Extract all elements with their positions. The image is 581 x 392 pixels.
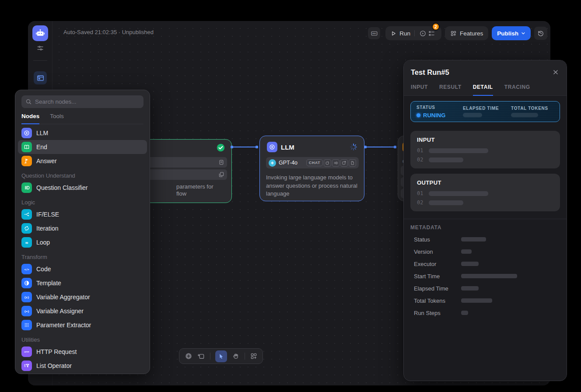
search-input[interactable] xyxy=(35,98,140,105)
metadata-label: Total Tokens xyxy=(414,298,461,304)
node-item-llm[interactable]: LLM xyxy=(18,126,147,140)
input-card: INPUT 01 02 xyxy=(410,131,560,168)
status-value: RUNING xyxy=(416,112,463,119)
metadata-row-elapsed-time: Elapsed Time xyxy=(410,282,560,294)
row-index: 01 xyxy=(417,190,424,196)
template-icon xyxy=(21,278,32,288)
close-icon[interactable] xyxy=(553,69,559,75)
branch-icon xyxy=(21,209,32,220)
listop-icon xyxy=(21,360,32,371)
sliders-icon[interactable] xyxy=(36,44,44,52)
skeleton-bar xyxy=(461,237,486,242)
code-icon: </> xyxy=(21,264,32,274)
tab-nodes[interactable]: Nodes xyxy=(21,113,39,124)
node-item-question-classifier[interactable]: Question Classifier xyxy=(18,181,147,195)
node-item-label: LLM xyxy=(36,130,48,136)
node-item-code[interactable]: </>Code xyxy=(18,262,147,276)
node-item-list-operator[interactable]: List Operator xyxy=(18,359,147,373)
pointer-icon[interactable] xyxy=(215,350,227,362)
hand-icon[interactable] xyxy=(232,352,240,360)
metadata-row-executor: Executor xyxy=(410,258,560,270)
skeleton-bar xyxy=(429,148,488,153)
io-row: 01 xyxy=(417,147,553,154)
node-item-loop[interactable]: ∞Loop xyxy=(18,235,147,249)
selector-tabs: Nodes Tools xyxy=(21,113,144,124)
start-node-description: parameters for flow xyxy=(176,183,230,197)
toolbar-divider xyxy=(245,353,245,360)
node-item-variable-aggregator[interactable]: {x}Variable Aggregator xyxy=(18,290,147,304)
features-label: Features xyxy=(460,30,483,37)
rail-divider xyxy=(33,60,47,61)
node-item-variable-assigner[interactable]: {=}Variable Assigner xyxy=(18,304,147,318)
edge-handle[interactable] xyxy=(364,146,367,148)
env-button[interactable]: ENV xyxy=(368,27,380,39)
metadata-row-version: Version xyxy=(410,245,560,258)
skeleton-bar xyxy=(429,200,463,205)
image-icon xyxy=(340,159,348,167)
run-history-icon[interactable] xyxy=(419,29,427,38)
features-button[interactable]: Features xyxy=(445,26,488,40)
node-item-label: IF/ELSE xyxy=(36,211,59,218)
llm-icon xyxy=(21,128,32,138)
node-item-label: Code xyxy=(36,266,51,273)
test-run-panel: Test Run#5 INPUT RESULT DETAIL TRACING S… xyxy=(403,60,567,381)
model-selector[interactable]: GPT-4o CHAT xyxy=(266,157,359,168)
start-input-row[interactable] xyxy=(140,169,227,180)
tab-tracing[interactable]: TRACING xyxy=(504,84,530,95)
node-item-http-request[interactable]: HTTPHTTP Request xyxy=(18,345,147,359)
metadata-list: StatusVersionExecutorStart TimeElapsed T… xyxy=(410,233,560,319)
tab-result[interactable]: RESULT xyxy=(439,84,462,95)
llm-node[interactable]: LLM GPT-4o CHAT Invoking large language … xyxy=(259,136,364,201)
flag-icon xyxy=(21,156,32,166)
node-item-end[interactable]: End xyxy=(18,140,147,154)
metadata-label: Executor xyxy=(414,261,461,267)
node-item-template[interactable]: Template xyxy=(18,276,147,290)
play-icon[interactable] xyxy=(391,31,396,36)
node-list: LLMEndAnswerQuestion UnderstandQuestion … xyxy=(15,124,150,374)
llm-icon xyxy=(267,142,277,152)
assigner-icon: {=} xyxy=(21,306,32,316)
io-row: 02 xyxy=(417,157,553,163)
status-card: STATUS RUNING ELAPSED TIME TOTAL TOKENS xyxy=(410,101,560,122)
run-button[interactable]: Run xyxy=(399,30,410,37)
add-node-icon[interactable] xyxy=(185,352,192,360)
run-panel-title: Test Run#5 xyxy=(411,68,560,77)
document-icon xyxy=(349,159,356,167)
llm-node-description: Invoking large language models to answer… xyxy=(266,174,360,198)
node-item-if-else[interactable]: IF/ELSE xyxy=(18,207,147,221)
tab-tools[interactable]: Tools xyxy=(50,113,64,124)
edge-llm-to-end xyxy=(366,147,396,147)
edge-handle[interactable] xyxy=(231,146,233,148)
node-item-label: List Operator xyxy=(36,362,72,369)
add-note-icon[interactable] xyxy=(197,352,205,360)
edge-handle[interactable] xyxy=(394,146,396,148)
node-item-iteration[interactable]: Iteration xyxy=(18,221,147,235)
run-panel-header: Test Run#5 INPUT RESULT DETAIL TRACING xyxy=(404,60,567,96)
search-icon xyxy=(25,98,32,105)
metadata-label: Status xyxy=(414,236,461,243)
skeleton-bar xyxy=(463,113,482,117)
app-window-icon[interactable] xyxy=(34,71,47,84)
section-label-logic: Logic xyxy=(18,195,147,207)
svg-text:HTTP: HTTP xyxy=(24,351,29,353)
metadata-row-run-steps: Run Steps xyxy=(410,307,560,319)
extractor-icon xyxy=(21,320,32,330)
search-box[interactable] xyxy=(21,95,144,108)
tab-detail[interactable]: DETAIL xyxy=(473,84,493,96)
edge-handle[interactable] xyxy=(256,146,258,148)
tab-input[interactable]: INPUT xyxy=(411,84,428,95)
notification-badge: 2 xyxy=(432,23,440,31)
aggregator-icon: {x} xyxy=(21,292,32,302)
organize-icon[interactable] xyxy=(250,352,258,360)
svg-text:ENV: ENV xyxy=(372,32,376,35)
run-panel-body: STATUS RUNING ELAPSED TIME TOTAL TOKENS … xyxy=(404,96,567,319)
autosave-status: Auto-Saved 21:02:35 · Unpublished xyxy=(63,29,154,35)
start-input-row[interactable] xyxy=(140,157,227,168)
node-item-parameter-extractor[interactable]: Parameter Extractor xyxy=(18,318,147,332)
publish-button[interactable]: Publish xyxy=(492,26,531,40)
skeleton-bar xyxy=(461,286,479,290)
node-item-answer[interactable]: Answer xyxy=(18,154,147,168)
spinner-icon xyxy=(349,143,358,151)
version-history-button[interactable] xyxy=(534,27,547,40)
robot-icon[interactable] xyxy=(32,25,48,41)
